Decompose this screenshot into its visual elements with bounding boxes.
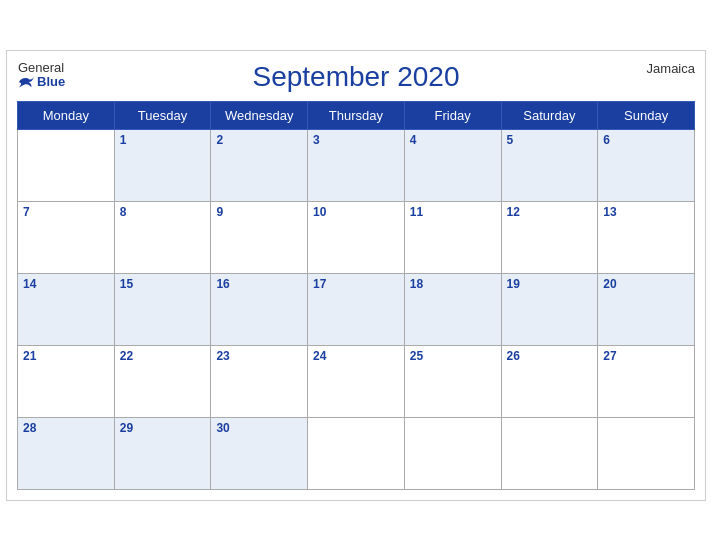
calendar-day-cell: 22 (114, 345, 211, 417)
day-number: 14 (23, 277, 36, 291)
day-number: 16 (216, 277, 229, 291)
calendar-day-cell (598, 417, 695, 489)
day-number: 3 (313, 133, 320, 147)
calendar-day-cell: 18 (404, 273, 501, 345)
calendar-day-cell: 28 (18, 417, 115, 489)
calendar-day-cell: 6 (598, 129, 695, 201)
calendar-week-row: 123456 (18, 129, 695, 201)
day-number: 21 (23, 349, 36, 363)
calendar-week-row: 14151617181920 (18, 273, 695, 345)
day-number: 24 (313, 349, 326, 363)
logo-general-text: General (18, 61, 64, 75)
day-number: 4 (410, 133, 417, 147)
calendar-day-cell: 14 (18, 273, 115, 345)
calendar-day-cell: 15 (114, 273, 211, 345)
header-wednesday: Wednesday (211, 101, 308, 129)
logo-bird-icon (17, 75, 35, 89)
day-number: 17 (313, 277, 326, 291)
calendar-day-cell: 2 (211, 129, 308, 201)
calendar-day-cell (18, 129, 115, 201)
calendar-day-cell: 25 (404, 345, 501, 417)
day-number: 25 (410, 349, 423, 363)
calendar-grid: Monday Tuesday Wednesday Thursday Friday… (17, 101, 695, 490)
calendar-day-cell: 8 (114, 201, 211, 273)
day-number: 8 (120, 205, 127, 219)
day-number: 6 (603, 133, 610, 147)
calendar-day-cell (501, 417, 598, 489)
country-label: Jamaica (647, 61, 695, 76)
calendar-day-cell: 3 (308, 129, 405, 201)
day-number: 5 (507, 133, 514, 147)
logo: General Blue (17, 61, 65, 90)
calendar-week-row: 282930 (18, 417, 695, 489)
day-number: 13 (603, 205, 616, 219)
calendar-day-cell: 20 (598, 273, 695, 345)
calendar-day-cell: 19 (501, 273, 598, 345)
calendar-week-row: 78910111213 (18, 201, 695, 273)
header-saturday: Saturday (501, 101, 598, 129)
calendar-day-cell: 23 (211, 345, 308, 417)
header-sunday: Sunday (598, 101, 695, 129)
calendar-day-cell: 1 (114, 129, 211, 201)
calendar-day-cell: 5 (501, 129, 598, 201)
day-number: 29 (120, 421, 133, 435)
calendar-day-cell: 26 (501, 345, 598, 417)
calendar-container: General Blue September 2020 Jamaica Mond… (6, 50, 706, 501)
day-number: 28 (23, 421, 36, 435)
day-number: 12 (507, 205, 520, 219)
calendar-day-cell (404, 417, 501, 489)
day-number: 22 (120, 349, 133, 363)
calendar-header: General Blue September 2020 Jamaica (17, 61, 695, 93)
header-monday: Monday (18, 101, 115, 129)
calendar-week-row: 21222324252627 (18, 345, 695, 417)
day-number: 11 (410, 205, 423, 219)
calendar-day-cell: 17 (308, 273, 405, 345)
header-thursday: Thursday (308, 101, 405, 129)
day-number: 26 (507, 349, 520, 363)
day-number: 23 (216, 349, 229, 363)
calendar-day-cell: 21 (18, 345, 115, 417)
calendar-day-cell: 27 (598, 345, 695, 417)
calendar-day-cell (308, 417, 405, 489)
day-number: 2 (216, 133, 223, 147)
day-number: 27 (603, 349, 616, 363)
calendar-day-cell: 7 (18, 201, 115, 273)
day-number: 15 (120, 277, 133, 291)
day-number: 1 (120, 133, 127, 147)
calendar-day-cell: 29 (114, 417, 211, 489)
header-friday: Friday (404, 101, 501, 129)
calendar-day-cell: 11 (404, 201, 501, 273)
header-tuesday: Tuesday (114, 101, 211, 129)
day-number: 7 (23, 205, 30, 219)
calendar-day-cell: 30 (211, 417, 308, 489)
calendar-day-cell: 10 (308, 201, 405, 273)
day-number: 30 (216, 421, 229, 435)
weekday-header-row: Monday Tuesday Wednesday Thursday Friday… (18, 101, 695, 129)
day-number: 18 (410, 277, 423, 291)
calendar-day-cell: 13 (598, 201, 695, 273)
day-number: 20 (603, 277, 616, 291)
calendar-day-cell: 16 (211, 273, 308, 345)
day-number: 9 (216, 205, 223, 219)
calendar-title: September 2020 (252, 61, 459, 93)
day-number: 10 (313, 205, 326, 219)
logo-blue-text: Blue (17, 75, 65, 89)
calendar-day-cell: 24 (308, 345, 405, 417)
calendar-day-cell: 9 (211, 201, 308, 273)
calendar-day-cell: 12 (501, 201, 598, 273)
calendar-day-cell: 4 (404, 129, 501, 201)
day-number: 19 (507, 277, 520, 291)
